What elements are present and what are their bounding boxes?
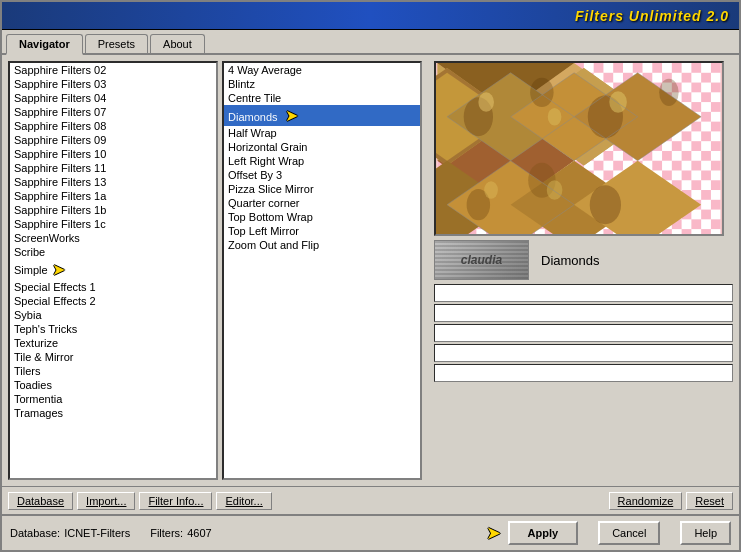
database-status: Database: ICNET-Filters <box>10 527 130 539</box>
list-item[interactable]: Sapphire Filters 03 <box>10 77 216 91</box>
reset-button[interactable]: Reset <box>686 492 733 510</box>
filter-info-button[interactable]: Filter Info... <box>139 492 212 510</box>
title-text: Filters Unlimited 2.0 <box>575 8 729 24</box>
list-item[interactable]: Toadies <box>10 378 216 392</box>
filter-item-diamonds[interactable]: Diamonds ➤ <box>224 105 420 126</box>
list-item[interactable]: Tilers <box>10 364 216 378</box>
arrow-indicator: ➤ <box>52 260 65 279</box>
info-row: claudia Diamonds <box>434 240 733 280</box>
randomize-button[interactable]: Randomize <box>609 492 683 510</box>
filter-item[interactable]: Centre Tile <box>224 91 420 105</box>
tab-about[interactable]: About <box>150 34 205 53</box>
tab-bar: Navigator Presets About <box>2 30 739 55</box>
preview-image <box>434 61 724 236</box>
list-item[interactable]: Sapphire Filters 1c <box>10 217 216 231</box>
main-window: Filters Unlimited 2.0 Navigator Presets … <box>0 0 741 552</box>
main-content: Sapphire Filters 02 Sapphire Filters 03 … <box>2 55 739 486</box>
list-item[interactable]: Sapphire Filters 13 <box>10 175 216 189</box>
help-button[interactable]: Help <box>680 521 731 545</box>
list-item[interactable]: Sybia <box>10 308 216 322</box>
info-line-1 <box>434 284 733 302</box>
editor-button[interactable]: Editor... <box>216 492 271 510</box>
list-item[interactable]: Teph's Tricks <box>10 322 216 336</box>
tab-presets[interactable]: Presets <box>85 34 148 53</box>
filter-item[interactable]: Pizza Slice Mirror <box>224 182 420 196</box>
info-line-2 <box>434 304 733 322</box>
svg-point-30 <box>590 185 621 224</box>
list-item[interactable]: Sapphire Filters 08 <box>10 119 216 133</box>
svg-point-34 <box>609 91 627 112</box>
filter-item[interactable]: Offset By 3 <box>224 168 420 182</box>
list-item[interactable]: Special Effects 1 <box>10 280 216 294</box>
list-item[interactable]: Sapphire Filters 09 <box>10 133 216 147</box>
tab-navigator[interactable]: Navigator <box>6 34 83 55</box>
list-item[interactable]: Texturize <box>10 336 216 350</box>
list-item[interactable]: ScreenWorks <box>10 231 216 245</box>
filter-list[interactable]: 4 Way Average Blintz Centre Tile Diamond… <box>222 61 422 480</box>
database-label: Database: <box>10 527 60 539</box>
svg-point-36 <box>484 181 498 199</box>
list-item-simple[interactable]: Simple ➤ <box>10 259 216 280</box>
list-item[interactable]: Sapphire Filters 04 <box>10 91 216 105</box>
filter-item[interactable]: Horizontal Grain <box>224 140 420 154</box>
filter-item[interactable]: Quarter corner <box>224 196 420 210</box>
list-item[interactable]: Sapphire Filters 1a <box>10 189 216 203</box>
svg-point-33 <box>548 108 562 126</box>
plugin-logo-text: claudia <box>461 253 502 267</box>
svg-point-26 <box>530 78 553 107</box>
info-line-5 <box>434 364 733 382</box>
filters-status: Filters: 4607 <box>150 527 211 539</box>
plugin-logo: claudia <box>434 240 529 280</box>
database-button[interactable]: Database <box>8 492 73 510</box>
database-value: ICNET-Filters <box>64 527 130 539</box>
info-line-4 <box>434 344 733 362</box>
svg-point-28 <box>659 79 679 106</box>
filter-item[interactable]: Top Bottom Wrap <box>224 210 420 224</box>
svg-point-35 <box>547 180 563 200</box>
filter-item[interactable]: Left Right Wrap <box>224 154 420 168</box>
list-item[interactable]: Special Effects 2 <box>10 294 216 308</box>
filter-item[interactable]: Top Left Mirror <box>224 224 420 238</box>
list-item[interactable]: Sapphire Filters 02 <box>10 63 216 77</box>
filter-item[interactable]: Zoom Out and Flip <box>224 238 420 252</box>
filters-value: 4607 <box>187 527 211 539</box>
filters-label: Filters: <box>150 527 183 539</box>
info-line-3 <box>434 324 733 342</box>
list-item[interactable]: Tramages <box>10 406 216 420</box>
left-panel: Sapphire Filters 02 Sapphire Filters 03 … <box>8 61 428 480</box>
filter-name-display: Diamonds <box>535 251 733 270</box>
preview-svg <box>436 63 722 234</box>
list-item[interactable]: Sapphire Filters 07 <box>10 105 216 119</box>
list-item[interactable]: Tormentia <box>10 392 216 406</box>
list-item[interactable]: Sapphire Filters 11 <box>10 161 216 175</box>
bottom-toolbar: Database Import... Filter Info... Editor… <box>2 486 739 514</box>
list-item[interactable]: Sapphire Filters 1b <box>10 203 216 217</box>
right-panel: claudia Diamonds <box>434 61 733 480</box>
filter-item[interactable]: 4 Way Average <box>224 63 420 77</box>
filter-item[interactable]: Blintz <box>224 77 420 91</box>
list-item[interactable]: Scribe <box>10 245 216 259</box>
filter-arrow-indicator: ➤ <box>285 107 298 124</box>
list-item[interactable]: Tile & Mirror <box>10 350 216 364</box>
category-list[interactable]: Sapphire Filters 02 Sapphire Filters 03 … <box>8 61 218 480</box>
apply-button[interactable]: Apply <box>508 521 579 545</box>
filter-item[interactable]: Half Wrap <box>224 126 420 140</box>
apply-button-wrapper: ➤ Apply <box>508 521 579 545</box>
title-bar: Filters Unlimited 2.0 <box>2 2 739 30</box>
list-item[interactable]: Sapphire Filters 10 <box>10 147 216 161</box>
info-rows <box>434 284 733 480</box>
svg-point-32 <box>478 92 494 112</box>
cancel-button[interactable]: Cancel <box>598 521 660 545</box>
apply-arrow-icon: ➤ <box>486 522 501 544</box>
import-button[interactable]: Import... <box>77 492 135 510</box>
status-bar: Database: ICNET-Filters Filters: 4607 ➤ … <box>2 514 739 550</box>
